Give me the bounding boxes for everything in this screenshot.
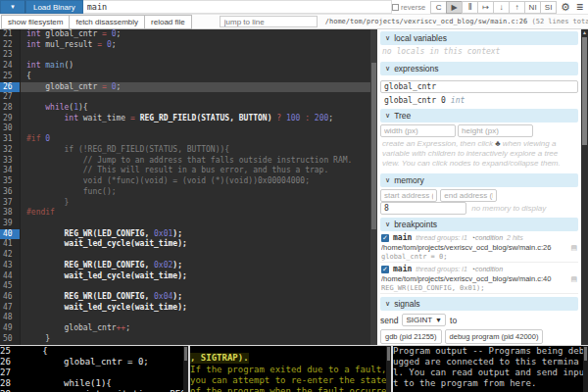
code-line[interactable]: 31#if 0 — [0, 134, 370, 145]
step-instruction-button[interactable]: SI — [540, 1, 557, 14]
line-number-gutter[interactable]: 45 — [0, 281, 21, 292]
load-binary-button[interactable]: Load Binary — [25, 0, 83, 14]
breakpoint-checkbox[interactable]: ✓ — [381, 266, 389, 273]
scroll-up-arrow-icon[interactable]: ▲ — [581, 29, 588, 35]
line-number-gutter[interactable]: 31 — [0, 134, 21, 145]
line-number-gutter[interactable]: 29 — [0, 114, 21, 124]
breakpoint-checkbox[interactable]: ✓ — [381, 234, 389, 242]
line-number-gutter[interactable]: 44 — [0, 271, 21, 282]
line-number-gutter[interactable]: 41 — [0, 239, 21, 250]
code-line[interactable]: 28 while(1){ — [0, 103, 370, 114]
gdb-messages-terminal[interactable]: , SIGTRAP). If the program exited due to… — [190, 346, 391, 392]
line-number-gutter[interactable]: 24 — [0, 61, 21, 72]
tree-height-input[interactable] — [458, 124, 533, 137]
line-number-gutter[interactable]: 23 — [0, 50, 21, 61]
line-number-gutter[interactable]: 28 — [0, 103, 21, 114]
line-number-gutter[interactable]: 36 — [0, 187, 21, 198]
settings-gear-icon[interactable]: ⚙ — [559, 1, 572, 14]
code-line[interactable]: 43 REG_WR(LED_CONFIG, 0x02); — [0, 261, 370, 271]
breakpoint-gutter[interactable]: 26 — [0, 82, 21, 93]
expression-input[interactable] — [380, 80, 578, 93]
signal-select[interactable]: SIGINT ▼ — [402, 314, 446, 326]
line-number-gutter[interactable]: 35 — [0, 176, 21, 187]
continue-button[interactable]: ▶ — [446, 1, 463, 14]
code-line[interactable]: 45 — [0, 281, 370, 292]
signal-target-gdb-button[interactable]: gdb (pid 21255) — [380, 329, 442, 344]
code-line[interactable]: 24int main() — [0, 61, 370, 72]
code-line[interactable]: 40 REG_WR(LED_CONFIG, 0x01); — [0, 229, 370, 240]
line-number-gutter[interactable]: 39 — [0, 219, 21, 229]
line-number-gutter[interactable]: 49 — [0, 323, 21, 334]
sidebar-scrollbar-thumb[interactable] — [582, 37, 587, 145]
messages-scrollbar[interactable] — [386, 346, 391, 392]
memory-end-address-input[interactable] — [440, 189, 497, 202]
line-number-gutter[interactable]: 34 — [0, 166, 21, 176]
code-line[interactable]: 42 — [0, 250, 370, 261]
code-line[interactable]: 26 global_cntr = 0; — [0, 82, 370, 93]
code-line[interactable]: 23 — [0, 50, 370, 61]
line-number-gutter[interactable]: 37 — [0, 198, 21, 209]
code-line[interactable]: 37 } — [0, 198, 370, 209]
code-line[interactable]: 32 if (!REG_RD_FIELD(STATUS, BUTTON)){ — [0, 145, 370, 156]
sidebar-scrollbar[interactable]: ▲ — [581, 29, 588, 345]
line-number-gutter[interactable]: 30 — [0, 123, 21, 134]
breakpoint-item[interactable]: ✓ main thread groups: i1 ◔condition /hom… — [380, 263, 578, 294]
line-number-gutter[interactable]: 47 — [0, 303, 21, 314]
editor-scrollbar[interactable] — [370, 29, 377, 345]
code-line[interactable]: 38#endif — [0, 208, 370, 219]
code-line[interactable]: 39 — [0, 219, 370, 229]
messages-scrollbar-thumb[interactable] — [387, 347, 390, 361]
line-number-gutter[interactable]: 46 — [0, 292, 21, 303]
breakpoint-condition[interactable]: ◔condition — [471, 234, 503, 241]
code-line[interactable]: 21int global_cntr = 0; — [0, 29, 370, 40]
code-line[interactable]: 46 REG_WR(LED_CONFIG, 0x04); — [0, 292, 370, 303]
trash-icon[interactable]: ▤ — [568, 275, 577, 283]
code-line[interactable]: 22int mul_result = 0; — [0, 40, 370, 51]
trash-icon[interactable]: ▤ — [568, 244, 577, 252]
code-line[interactable]: 47 wait_led_cycle(wait_time); — [0, 303, 370, 314]
reverse-checkbox[interactable] — [392, 4, 399, 11]
section-memory[interactable]: ∨ memory — [380, 173, 578, 187]
line-number-gutter[interactable]: 27 — [0, 92, 21, 103]
line-number-gutter[interactable]: 21 — [0, 29, 21, 40]
next-button[interactable]: ↦ — [477, 1, 494, 14]
code-line[interactable]: 30 — [0, 123, 370, 134]
code-line[interactable]: 25{ — [0, 72, 370, 82]
binary-path-input[interactable] — [83, 0, 392, 14]
code-line[interactable]: 48 — [0, 313, 370, 323]
code-line[interactable]: 33 // Jump to an address that falls outs… — [0, 156, 370, 167]
line-number-gutter[interactable]: 25 — [0, 72, 21, 82]
console-scrollbar[interactable] — [183, 346, 188, 392]
code-line[interactable]: 29 int wait_time = REG_RD_FIELD(STATUS, … — [0, 114, 370, 124]
expression-row[interactable]: global_cntr 0 int — [380, 93, 578, 106]
section-breakpoints[interactable]: ∨ breakpoints — [380, 218, 578, 231]
code-line[interactable]: 36 func(); — [0, 187, 370, 198]
code-line[interactable]: 49 global_cntr++; — [0, 323, 370, 334]
code-line[interactable]: 34 // This will result in a bus error, a… — [0, 166, 370, 176]
reload-file-button[interactable]: reload file — [144, 15, 192, 29]
step-button[interactable]: ↓ — [493, 1, 510, 14]
line-number-gutter[interactable]: 38 — [0, 208, 21, 219]
next-instruction-button[interactable]: NI — [524, 1, 541, 14]
memory-start-address-input[interactable] — [380, 189, 437, 202]
code-line[interactable]: 50 } — [0, 334, 370, 345]
line-number-gutter[interactable]: 42 — [0, 250, 21, 261]
gdb-console-terminal[interactable]: 25 {26 global_cntr = 0;2728 while(1){29 … — [0, 346, 188, 392]
line-number-gutter[interactable]: 50 — [0, 334, 21, 345]
program-output-terminal[interactable]: Program output -- Programs being debugge… — [393, 346, 588, 392]
section-tree[interactable]: ∨ Tree — [380, 109, 578, 122]
editor-scrollbar-thumb[interactable] — [371, 63, 376, 229]
line-number-gutter[interactable]: 33 — [0, 156, 21, 167]
restart-button[interactable]: C — [430, 1, 447, 14]
fetch-disassembly-button[interactable]: fetch disassembly — [69, 15, 145, 29]
breakpoint-item[interactable]: ✓ main thread groups: i1 ◔condition 2 hi… — [380, 231, 578, 263]
line-number-gutter[interactable]: 43 — [0, 261, 21, 271]
memory-bytes-input[interactable] — [380, 202, 466, 215]
hamburger-menu-icon[interactable]: ≡ — [574, 0, 585, 14]
code-line[interactable]: 41 wait_led_cycle(wait_time); — [0, 239, 370, 250]
tree-width-input[interactable] — [380, 124, 456, 137]
code-line[interactable]: 27 — [0, 92, 370, 103]
show-filesystem-button[interactable]: show filesystem — [1, 15, 70, 29]
section-signals[interactable]: ∨ signals — [380, 297, 578, 311]
output-scrollbar[interactable] — [583, 346, 588, 392]
